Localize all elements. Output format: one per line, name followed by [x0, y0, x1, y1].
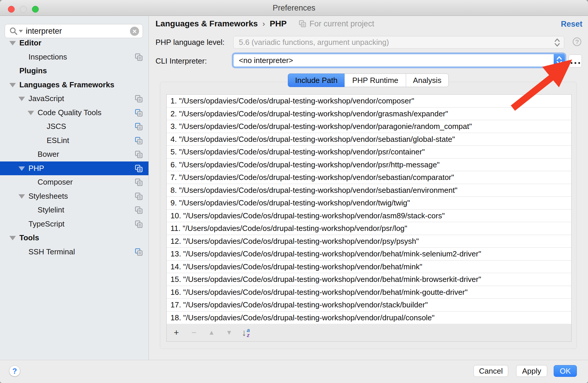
sidebar-item-label: TypeScript: [28, 219, 65, 229]
window-title: Preferences: [0, 0, 588, 16]
select-stepper-icon: [553, 38, 561, 47]
include-path-row[interactable]: 6. "/Users/opdavies/Code/os/drupal-testi…: [167, 159, 571, 171]
title-bar: Preferences: [0, 0, 588, 16]
include-path-row[interactable]: 15. "/Users/opdavies/Code/os/drupal-test…: [167, 273, 571, 286]
move-down-button[interactable]: ▼: [224, 329, 234, 336]
per-project-settings-icon: [134, 164, 143, 175]
include-path-row[interactable]: 11. "/Users/opdavies/Code/os/drupal-test…: [167, 222, 571, 235]
tab-php-runtime[interactable]: PHP Runtime: [344, 74, 406, 87]
sidebar-item-label: Editor: [19, 38, 41, 47]
include-path-row[interactable]: 8. "/Users/opdavies/Code/os/drupal-testi…: [167, 184, 571, 197]
browse-interpreters-button[interactable]: [569, 55, 582, 67]
search-icon: [9, 27, 18, 35]
include-path-row[interactable]: 5. "/Users/opdavies/Code/os/drupal-testi…: [167, 146, 571, 159]
sidebar-item-stylesheets[interactable]: Stylesheets: [0, 189, 148, 203]
sidebar-item-jscs[interactable]: JSCS: [0, 120, 148, 134]
sidebar-item-php[interactable]: PHP: [0, 161, 148, 176]
sidebar-item-javascript[interactable]: JavaScript: [0, 92, 148, 106]
sidebar-item-ssh-terminal[interactable]: SSH Terminal: [0, 245, 148, 259]
include-path-row[interactable]: 2. "/Users/opdavies/Code/os/drupal-testi…: [167, 108, 571, 120]
expand-arrow-icon[interactable]: [9, 83, 16, 87]
sidebar-item-stylelint[interactable]: Stylelint: [0, 203, 148, 217]
include-path-row[interactable]: 17. "/Users/opdavies/Code/os/drupal-test…: [167, 299, 571, 311]
include-path-row[interactable]: 12. "/Users/opdavies/Code/os/drupal-test…: [167, 235, 571, 248]
dialog-footer: ? Cancel Apply OK: [0, 360, 588, 383]
combo-stepper[interactable]: [554, 54, 565, 67]
list-toolbar: + − ▲ ▼ ↓ a z: [167, 324, 571, 341]
language-level-select[interactable]: 5.6 (variadic functions, argument unpack…: [233, 36, 564, 49]
remove-path-button[interactable]: −: [189, 328, 199, 338]
breadcrumb-languages-frameworks[interactable]: Languages & Frameworks: [156, 19, 258, 28]
field-help-icon[interactable]: ?: [573, 38, 581, 46]
per-project-settings-icon: [134, 150, 143, 161]
sidebar-item-code-quality-tools[interactable]: Code Quality Tools: [0, 106, 148, 120]
include-path-rows: 1. "/Users/opdavies/Code/os/drupal-testi…: [167, 95, 571, 324]
sidebar-item-label: Code Quality Tools: [38, 108, 102, 117]
expand-arrow-icon[interactable]: [18, 194, 25, 199]
cli-interpreter-label: CLI Interpreter:: [156, 57, 207, 66]
ellipsis-icon: [575, 62, 576, 64]
include-path-row[interactable]: 16. "/Users/opdavies/Code/os/drupal-test…: [167, 286, 571, 299]
include-path-row[interactable]: 1. "/Users/opdavies/Code/os/drupal-testi…: [167, 95, 571, 108]
sidebar-item-bower[interactable]: Bower: [0, 147, 148, 161]
help-button[interactable]: ?: [9, 365, 20, 377]
sidebar-item-label: Stylesheets: [28, 192, 68, 201]
sidebar-item-label: Bower: [38, 150, 59, 159]
sidebar-item-tools[interactable]: Tools: [0, 231, 148, 245]
sidebar-item-label: JSCS: [47, 122, 66, 131]
sidebar-item-label: SSH Terminal: [28, 247, 75, 256]
include-path-panel: 1. "/Users/opdavies/Code/os/drupal-testi…: [160, 82, 577, 349]
ok-button[interactable]: OK: [554, 365, 577, 377]
include-path-row[interactable]: 13. "/Users/opdavies/Code/os/drupal-test…: [167, 248, 571, 261]
scope-label: For current project: [310, 19, 374, 28]
include-path-list: 1. "/Users/opdavies/Code/os/drupal-testi…: [166, 94, 572, 342]
search-options-caret-icon[interactable]: [19, 30, 23, 33]
apply-button[interactable]: Apply: [516, 365, 547, 377]
search-input[interactable]: [26, 27, 130, 36]
include-path-row[interactable]: 14. "/Users/opdavies/Code/os/drupal-test…: [167, 261, 571, 273]
expand-arrow-icon[interactable]: [18, 97, 25, 101]
sidebar-item-label: Plugins: [19, 66, 47, 75]
breadcrumb-separator-icon: ›: [263, 19, 265, 28]
expand-arrow-icon[interactable]: [9, 41, 16, 45]
move-up-button[interactable]: ▲: [207, 329, 217, 336]
per-project-settings-icon: [134, 94, 143, 105]
sort-z-glyph: z: [247, 333, 250, 338]
sidebar-item-label: Languages & Frameworks: [19, 80, 114, 89]
ellipsis-icon: [571, 62, 572, 64]
sidebar-item-eslint[interactable]: ESLint: [0, 134, 148, 148]
sidebar-item-typescript[interactable]: TypeScript: [0, 217, 148, 231]
php-settings-tabs: Include Path PHP Runtime Analysis: [288, 74, 449, 87]
settings-sidebar: × EditorInspectionsPluginsLanguages & Fr…: [0, 16, 149, 360]
reset-link[interactable]: Reset: [561, 20, 582, 29]
include-path-row[interactable]: 18. "/Users/opdavies/Code/os/drupal-test…: [167, 311, 571, 324]
include-path-row[interactable]: 4. "/Users/opdavies/Code/os/drupal-testi…: [167, 133, 571, 146]
sidebar-item-inspections[interactable]: Inspections: [0, 50, 148, 64]
sidebar-item-composer[interactable]: Composer: [0, 175, 148, 189]
expand-arrow-icon[interactable]: [28, 111, 34, 115]
php-settings-page: Languages & Frameworks › PHP For current…: [149, 16, 588, 360]
breadcrumb: Languages & Frameworks › PHP For current…: [156, 19, 374, 28]
include-path-row[interactable]: 9. "/Users/opdavies/Code/os/drupal-testi…: [167, 197, 571, 210]
include-path-row[interactable]: 3. "/Users/opdavies/Code/os/drupal-testi…: [167, 120, 571, 133]
clear-search-icon[interactable]: ×: [130, 27, 139, 36]
sidebar-item-languages-frameworks[interactable]: Languages & Frameworks: [0, 78, 148, 92]
expand-arrow-icon[interactable]: [9, 236, 16, 240]
dialog-body: × EditorInspectionsPluginsLanguages & Fr…: [0, 16, 588, 360]
include-path-row[interactable]: 7. "/Users/opdavies/Code/os/drupal-testi…: [167, 171, 571, 184]
per-project-settings-icon: [134, 122, 143, 133]
cli-interpreter-combo[interactable]: <no interpreter>: [233, 54, 565, 67]
expand-arrow-icon[interactable]: [18, 166, 25, 171]
per-project-settings-icon: [134, 220, 143, 231]
cancel-button[interactable]: Cancel: [474, 365, 508, 377]
sidebar-item-editor[interactable]: Editor: [0, 36, 148, 50]
include-path-row[interactable]: 10. "/Users/opdavies/Code/os/drupal-test…: [167, 210, 571, 222]
breadcrumb-php: PHP: [270, 19, 287, 28]
sort-alphabetically-button[interactable]: ↓ a z: [242, 327, 250, 338]
sidebar-item-plugins[interactable]: Plugins: [0, 64, 148, 78]
sidebar-item-label: JavaScript: [28, 94, 64, 103]
sidebar-item-label: ESLint: [47, 136, 69, 145]
tab-include-path[interactable]: Include Path: [288, 74, 345, 87]
add-path-button[interactable]: +: [171, 328, 181, 338]
tab-analysis[interactable]: Analysis: [406, 74, 449, 87]
